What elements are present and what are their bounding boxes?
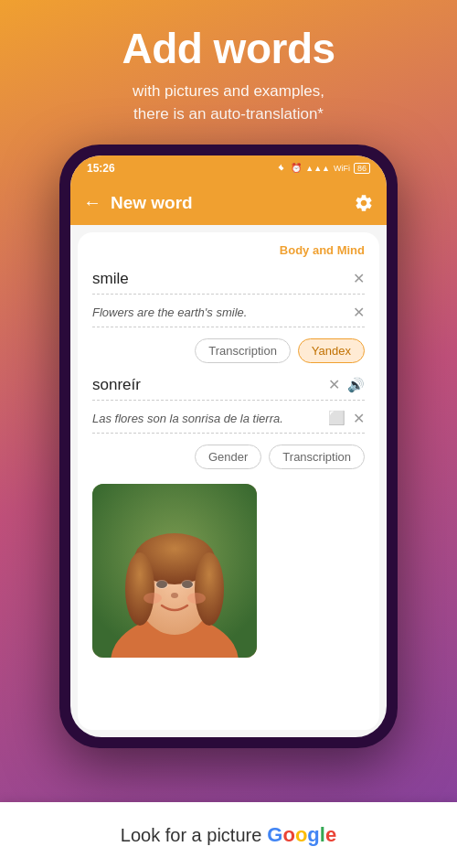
hero-title: Add words <box>18 26 439 72</box>
screen-title: New word <box>111 193 354 213</box>
transcription-button[interactable]: Transcription <box>195 338 291 363</box>
translation-input-row: ✕ 🔊 <box>92 370 365 401</box>
svg-point-5 <box>125 552 154 626</box>
google-look-text: Look for a picture <box>121 825 262 846</box>
word-photo[interactable] <box>92 484 257 658</box>
status-time: 15:26 <box>87 162 115 175</box>
person-image <box>92 484 257 658</box>
translation-example-clear-icon[interactable]: ✕ <box>353 410 365 427</box>
svg-point-10 <box>181 580 194 589</box>
settings-button[interactable] <box>354 193 374 213</box>
example-input[interactable] <box>92 305 345 319</box>
svg-point-9 <box>155 580 168 589</box>
example-input-row: ✕ <box>92 298 365 327</box>
app-content: Body and Mind ✕ ✕ Transcription Yandex ✕… <box>78 232 379 730</box>
bluetooth-icon <box>276 163 287 174</box>
transcription-button-2[interactable]: Transcription <box>269 445 365 469</box>
translation-input[interactable] <box>92 376 321 394</box>
status-icons: ⏰ ▲▲▲ WiFi 86 <box>276 163 370 174</box>
translation-clear-icon[interactable]: ✕ <box>328 376 340 393</box>
category-label[interactable]: Body and Mind <box>92 243 365 257</box>
signal-icon: ▲▲▲ <box>305 164 330 173</box>
svg-point-12 <box>143 593 162 604</box>
svg-point-13 <box>187 593 206 604</box>
battery-icon: 86 <box>354 163 370 174</box>
photo-placeholder <box>92 484 257 658</box>
example-clear-icon[interactable]: ✕ <box>353 304 365 321</box>
alarm-icon: ⏰ <box>291 163 302 173</box>
translation-example-row: ⬜ ✕ <box>92 404 365 434</box>
svg-point-11 <box>171 593 178 598</box>
source-buttons-row: Transcription Yandex <box>92 338 365 363</box>
hero-section: Add words with pictures and examples, th… <box>0 0 457 135</box>
back-button[interactable]: ← <box>83 192 101 213</box>
word-input[interactable] <box>92 270 345 288</box>
target-buttons-row: Gender Transcription <box>92 445 365 469</box>
yandex-button[interactable]: Yandex <box>298 338 365 363</box>
speaker-icon[interactable]: 🔊 <box>347 377 365 393</box>
gender-button[interactable]: Gender <box>195 445 261 469</box>
phone-screen: 15:26 ⏰ ▲▲▲ WiFi 86 ← New word Body and … <box>70 155 387 737</box>
wifi-icon: WiFi <box>334 164 350 173</box>
hero-subtitle: with pictures and examples, there is an … <box>18 80 439 126</box>
svg-point-6 <box>195 552 224 626</box>
phone-frame: 15:26 ⏰ ▲▲▲ WiFi 86 ← New word Body and … <box>59 145 398 748</box>
word-clear-icon[interactable]: ✕ <box>353 270 365 287</box>
status-bar: 15:26 ⏰ ▲▲▲ WiFi 86 <box>70 155 387 181</box>
copy-icon[interactable]: ⬜ <box>328 410 345 426</box>
google-search-bar[interactable]: Look for a picture Google <box>0 802 457 868</box>
app-header: ← New word <box>70 181 387 225</box>
translation-example-input[interactable] <box>92 412 321 425</box>
word-input-row: ✕ <box>92 264 365 295</box>
google-logo: Google <box>267 823 336 847</box>
